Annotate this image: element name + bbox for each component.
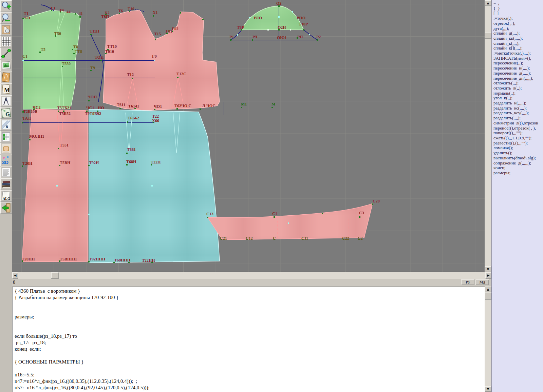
command-item[interactable]: пересечение_д(,,,,,); — [493, 71, 543, 76]
command-item[interactable]: отложить(,,,); — [493, 81, 543, 86]
command-item[interactable]: дуга(,,,); — [493, 26, 543, 31]
editor-line[interactable]: п57:=п16 *л_фнк(рз_16,((80,0.4),(92,0.45… — [15, 385, 485, 391]
algorithm-editor[interactable]: { 4360 Платье с воротником }{ Разработан… — [12, 287, 485, 392]
command-item[interactable]: разделить_ксу(,,,,); — [493, 111, 543, 116]
pattern-point[interactable] — [200, 109, 201, 110]
pattern-point[interactable] — [153, 15, 154, 17]
pattern-point[interactable] — [241, 107, 242, 108]
scroll-up-button[interactable]: ▲ — [485, 0, 491, 6]
command-item[interactable]: разделить_н(,,,,,); — [493, 101, 543, 106]
pattern-point[interactable] — [278, 16, 280, 18]
command-item[interactable]: развести((),(),,,""); — [493, 141, 543, 146]
editor-line[interactable]: рз_17:=рз_18; — [15, 339, 485, 346]
pattern-point[interactable] — [22, 60, 24, 61]
canvas-vertical-scrollbar[interactable]: ▲ ▼ — [485, 0, 491, 272]
pattern-point[interactable] — [267, 29, 269, 31]
editor-line[interactable] — [15, 320, 485, 327]
pattern-point[interactable] — [274, 216, 275, 218]
pattern-point[interactable] — [88, 214, 90, 215]
editor-line[interactable] — [15, 365, 485, 372]
g-document-button[interactable]: G — [0, 107, 12, 119]
m-document-button[interactable]: M — [0, 83, 12, 95]
scroll-down-button[interactable]: ▼ — [485, 266, 491, 272]
table-button[interactable] — [0, 131, 12, 142]
command-item[interactable]: разделить_кс(,,,,); — [493, 106, 543, 111]
pattern-point[interactable] — [126, 164, 128, 165]
editor-line[interactable] — [15, 301, 485, 307]
command-item[interactable]: ломаная(); — [493, 145, 543, 151]
pattern-point[interactable] — [309, 34, 310, 35]
books-button[interactable] — [0, 178, 12, 190]
pattern-point[interactable] — [29, 139, 31, 140]
pattern-point[interactable] — [155, 39, 156, 40]
pattern-point[interactable] — [317, 39, 318, 41]
pattern-point[interactable] — [290, 29, 291, 31]
command-item[interactable]: перенос((),отрезок( , ), — [493, 126, 543, 131]
command-item[interactable]: нормаль(,,); — [493, 91, 543, 96]
pattern-point[interactable] — [292, 11, 293, 13]
command-item[interactable]: сплайн_д(,,,,); — [493, 31, 543, 36]
editor-line[interactable]: { 4360 Платье с воротником } — [15, 288, 485, 294]
pattern-point[interactable] — [372, 203, 373, 205]
command-item[interactable]: конец; — [493, 165, 543, 171]
pattern-point[interactable] — [126, 153, 128, 154]
pattern-point[interactable] — [100, 60, 102, 61]
pattern-point[interactable] — [88, 100, 90, 101]
scroll-left-button[interactable]: ◀ — [12, 272, 18, 279]
pattern-point[interactable] — [322, 213, 323, 214]
editor-line[interactable] — [15, 327, 485, 333]
pattern-point[interactable] — [127, 121, 128, 123]
command-item[interactable]: пересечение(,,); — [493, 61, 543, 66]
command-item[interactable]: размеры; — [493, 171, 543, 176]
command-item[interactable]: пересечение_дн(,,,,,); — [493, 76, 543, 81]
ruler-button[interactable]: 8 — [0, 119, 12, 131]
pattern-preview-button[interactable] — [0, 24, 12, 36]
pattern-point[interactable] — [56, 185, 58, 187]
pattern-point[interactable] — [79, 16, 81, 18]
pattern-piece-button[interactable] — [0, 72, 12, 83]
pattern-point[interactable] — [359, 216, 360, 218]
editor-line[interactable]: конец_если; — [15, 346, 485, 352]
vertical-scroll-thumb[interactable] — [485, 293, 491, 300]
command-item[interactable]: = ; — [493, 1, 543, 6]
editor-line[interactable]: { Разработано на размер женщины 170-92-1… — [15, 294, 485, 301]
editor-line[interactable]: { ОСНОВНЫЕ ПАРАМЕТРЫ } — [15, 359, 485, 365]
editor-line[interactable] — [15, 352, 485, 359]
command-item[interactable]: симметрия_л((),отрезок — [493, 121, 543, 126]
pattern-point[interactable] — [252, 39, 253, 41]
command-item[interactable]: сопряжение_д(,,,,,,); — [493, 161, 543, 166]
command-item[interactable]: выполнить(dmod\.alg); — [493, 156, 543, 161]
command-item[interactable]: :=метка(точка(,),,,,); — [493, 51, 543, 56]
editor-vertical-scrollbar[interactable]: ▲ ▼ — [485, 287, 491, 392]
image-button[interactable] — [0, 60, 12, 71]
command-item[interactable]: сплайн_кк(,,,,,); — [493, 36, 543, 41]
horizontal-scroll-thumb[interactable] — [51, 272, 59, 279]
canvas-horizontal-scrollbar[interactable]: ◀ ▶ — [12, 272, 491, 279]
command-item[interactable]: разделить(,,,,); — [493, 116, 543, 121]
pattern-point[interactable] — [176, 108, 178, 110]
back-bodice-piece[interactable] — [23, 10, 80, 109]
3d-button[interactable]: 3D — [0, 155, 12, 166]
command-item[interactable]: { } — [493, 6, 543, 11]
zoom-out-button[interactable] — [0, 12, 12, 24]
editor-line[interactable]: если больше(рз_18,рз_17) то — [15, 333, 485, 339]
command-item[interactable]: ЗАПИСАТЬ(имя=(), — [493, 56, 543, 61]
pattern-point[interactable] — [180, 12, 181, 14]
measure-line-button[interactable] — [0, 48, 12, 59]
editor-line[interactable]: размеры; — [15, 314, 485, 320]
pattern-point[interactable] — [207, 217, 208, 218]
command-item[interactable]: удалить(); — [493, 151, 543, 156]
pattern-point[interactable] — [90, 34, 92, 35]
vertical-scroll-thumb[interactable] — [485, 33, 491, 39]
left-skirt-piece[interactable] — [22, 109, 88, 262]
text-list-button[interactable] — [0, 166, 12, 178]
command-item[interactable]: угол_к(,,); — [493, 96, 543, 101]
pattern-point[interactable] — [249, 17, 250, 18]
pattern-point[interactable] — [303, 29, 304, 31]
command-item[interactable]: пересечение_н(,,,,); — [493, 66, 543, 71]
editor-line[interactable] — [15, 307, 485, 314]
pattern-point[interactable] — [22, 122, 23, 123]
pattern-point[interactable] — [230, 39, 231, 41]
pattern-point[interactable] — [237, 34, 238, 36]
command-item[interactable]: отложить_в(,,); — [493, 86, 543, 91]
